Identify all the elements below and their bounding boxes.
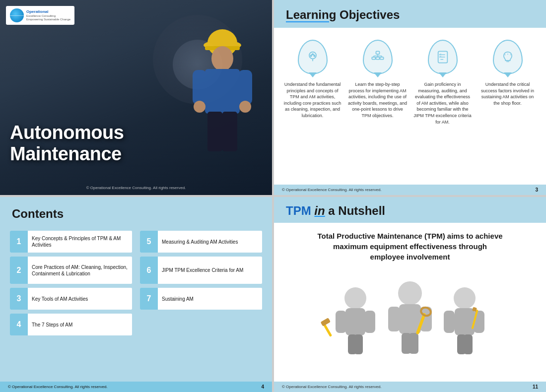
content-item-5: 5 Measuring & Auditing AM Activities [140,231,262,253]
checklist-icon [436,50,450,64]
svg-rect-5 [193,70,206,105]
tpm-illustration [316,271,504,370]
svg-point-42 [398,281,422,305]
slide-tpm-nutshell: TPM in a Nutshell Total Productive Maint… [274,197,546,392]
hierarchy-icon [371,50,385,64]
svg-rect-47 [409,333,418,354]
slide1-title: Autonomous Maintenance [10,122,262,165]
objective-3-icon-container [425,38,460,76]
content-item-1: 1 Key Concepts & Principles of TPM & AM … [10,231,132,253]
item-5-label: Measuring & Auditing AM Activities [158,231,242,253]
slide4-header: TPM in a Nutshell [274,197,546,223]
objective-1-text: Understand the fundamental principles an… [283,81,342,119]
slide1-footer: © Operational Excellence Consulting. All… [0,186,272,190]
slide-contents: Contents 1 Key Concepts & Principles of … [0,197,272,392]
svg-rect-37 [364,311,375,333]
objective-4-icon-container [490,38,525,76]
content-item-7: 7 Sustaining AM [140,288,262,310]
slide-learning-objectives: Learning Objectives Understa [274,0,546,195]
svg-point-34 [344,287,366,309]
item-3-number: 3 [10,288,28,310]
bulb-icon [501,50,515,64]
content-item-6: 6 JIPM TPM Excellence Criteria for AM [140,257,262,284]
item-1-number: 1 [10,231,28,253]
svg-rect-6 [238,70,252,105]
item-6-number: 6 [140,257,158,284]
svg-rect-16 [376,51,379,54]
svg-rect-22 [372,57,375,60]
item-1-label: Key Concepts & Principles of TPM & AM Ac… [28,231,132,253]
svg-point-13 [312,54,313,55]
svg-rect-24 [380,57,383,60]
svg-rect-23 [376,57,379,60]
objective-3: Gain proficiency in measuring, auditing,… [413,38,473,125]
slide2-header: Learning Objectives [274,0,546,28]
objective-4-icon-shape [493,40,523,74]
objective-3-text: Gain proficiency in measuring, auditing,… [413,81,473,125]
worker-figures [316,271,504,370]
objective-4: Understand the critical success factors … [478,38,538,125]
svg-point-14 [310,56,311,57]
item-7-number: 7 [140,288,158,310]
item-5-number: 5 [140,231,158,253]
tpm-tagline: Total Productive Maintenance (TPM) aims … [316,231,504,262]
svg-line-32 [504,55,505,55]
svg-point-15 [314,56,315,57]
svg-rect-55 [464,334,473,354]
globe-icon [10,8,24,22]
slide4-title: TPM in a Nutshell [286,204,534,218]
objective-3-icon-shape [428,40,458,74]
slide1-title-block: Autonomous Maintenance [10,122,262,165]
slide3-header: Contents [0,197,272,226]
svg-line-33 [510,55,511,55]
svg-point-50 [454,287,476,309]
objective-4-text: Understand the critical success factors … [478,81,538,106]
item-2-label: Core Practices of AM: Cleaning, Inspecti… [28,257,132,284]
content-item-2: 2 Core Practices of AM: Cleaning, Inspec… [10,257,132,284]
svg-rect-52 [444,311,455,333]
objective-2: Learn the step-by-step process for imple… [348,38,408,125]
item-3-label: Key Tools of AM Activities [28,288,92,310]
svg-rect-39 [354,334,363,354]
slide3-footer: © Operational Excellence Consulting. All… [0,382,272,392]
slide2-footer: © Operational Excellence Consulting. All… [274,185,546,195]
item-7-label: Sustaining AM [158,288,198,310]
objective-2-text: Learn the step-by-step process for imple… [348,81,408,119]
svg-rect-4 [205,69,240,114]
content-item-4: 4 The 7 Steps of AM [10,314,132,335]
objective-1-icon-shape [298,40,328,74]
slide3-title: Contents [12,207,260,221]
svg-rect-35 [345,308,365,335]
item-4-number: 4 [10,314,28,335]
item-6-label: JIPM TPM Excellence Criteria for AM [158,257,247,284]
svg-rect-51 [455,308,475,335]
logo-text: Operational Excellence Consulting Empowe… [26,9,70,21]
contents-grid: 1 Key Concepts & Principles of TPM & AM … [0,226,272,355]
item-4-label: The 7 Steps of AM [28,314,76,335]
slide2-title: Learning Objectives [286,8,534,22]
brain-icon [306,50,320,64]
slide4-footer: © Operational Excellence Consulting. All… [274,382,546,392]
objective-1-icon-container [295,38,330,76]
svg-point-3 [211,46,233,71]
content-item-3: 3 Key Tools of AM Activities [10,288,132,310]
svg-point-7 [194,101,205,113]
slide4-content: Total Productive Maintenance (TPM) aims … [274,223,546,392]
item-2-number: 2 [10,257,28,284]
objective-1: Understand the fundamental principles an… [283,38,342,125]
svg-rect-44 [388,307,400,331]
slide-autonomous-maintenance: Operational Excellence Consulting Empowe… [0,0,272,195]
objective-2-icon-shape [363,40,393,74]
company-logo: Operational Excellence Consulting Empowe… [6,6,74,25]
svg-rect-36 [336,311,346,333]
objective-2-icon-container [360,38,395,76]
objectives-list: Understand the fundamental principles an… [274,28,546,130]
svg-point-8 [239,101,251,113]
